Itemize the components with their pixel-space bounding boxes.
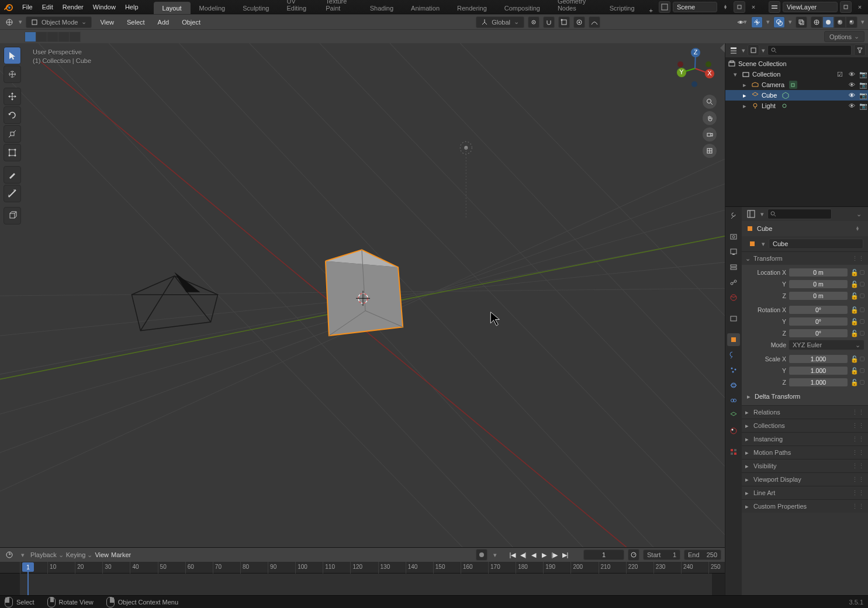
view-menu[interactable]: View xyxy=(95,19,119,26)
panel-delta-transform[interactable]: ▸Delta Transform xyxy=(745,391,864,402)
rot-x-anim[interactable] xyxy=(860,308,864,312)
proptab-particles[interactable] xyxy=(727,364,740,376)
tool-rotate[interactable] xyxy=(4,106,21,124)
zoom-button[interactable] xyxy=(703,95,717,109)
outliner-search[interactable] xyxy=(767,45,852,56)
tab-shading[interactable]: Shading xyxy=(361,2,402,14)
proptab-data[interactable] xyxy=(727,409,740,422)
tool-measure[interactable] xyxy=(4,185,21,202)
shading-wireframe[interactable] xyxy=(811,16,822,28)
properties-options[interactable]: ⌄ xyxy=(853,208,864,220)
rot-mode-selector[interactable]: XYZ Euler⌄ xyxy=(789,340,864,350)
autokey-toggle[interactable] xyxy=(476,549,487,561)
proptab-material[interactable] xyxy=(727,424,740,437)
rot-z-anim[interactable] xyxy=(860,331,864,336)
end-frame-field[interactable]: End250 xyxy=(684,550,721,560)
proptab-texture[interactable] xyxy=(727,445,740,458)
tool-cursor[interactable] xyxy=(4,65,21,83)
tool-add-cube[interactable] xyxy=(4,207,21,224)
orientation-selector[interactable]: Global ⌄ xyxy=(476,16,524,28)
collection-exclude[interactable]: ☑ xyxy=(835,71,845,78)
light-hide[interactable]: 👁 xyxy=(847,102,856,109)
proptab-collection[interactable] xyxy=(727,312,740,325)
loc-y-field[interactable]: 0 m xyxy=(789,279,848,289)
camera-object[interactable] xyxy=(132,272,217,331)
proportional-falloff[interactable] xyxy=(589,16,600,28)
selectmode-2[interactable] xyxy=(47,32,58,42)
properties-pin[interactable] xyxy=(852,223,863,234)
light-expand[interactable]: ▸ xyxy=(743,102,749,110)
viewlayer-browse-icon[interactable] xyxy=(769,1,780,13)
tab-rendering[interactable]: Rendering xyxy=(448,2,496,14)
scene-delete-button[interactable]: × xyxy=(748,1,759,13)
editor-type-button[interactable] xyxy=(4,16,15,28)
tab-texture-paint[interactable]: Texture Paint xyxy=(317,0,361,14)
tab-sculpting[interactable]: Sculpting xyxy=(234,2,278,14)
tool-annotate[interactable] xyxy=(4,166,21,184)
menu-file[interactable]: File xyxy=(18,0,37,14)
menu-help[interactable]: Help xyxy=(120,0,143,14)
rot-y-field[interactable]: 0° xyxy=(789,317,848,326)
scene-browse-icon[interactable] xyxy=(659,1,670,13)
scale-z-lock[interactable]: 🔓 xyxy=(850,379,857,386)
scene-name-field[interactable]: Scene xyxy=(673,2,717,12)
timeline-marker-menu[interactable]: Marker xyxy=(111,551,131,558)
shading-solid[interactable] xyxy=(822,16,834,28)
scale-y-lock[interactable]: 🔓 xyxy=(850,367,857,375)
loc-x-anim[interactable] xyxy=(860,270,864,275)
outliner-editor-button[interactable] xyxy=(728,44,739,56)
timeline-ruler[interactable]: 0102030405060708090100110120130140150160… xyxy=(0,562,725,595)
tool-select-box[interactable] xyxy=(4,47,21,64)
outliner-collection[interactable]: ▾ Collection ☑ 👁 📷 xyxy=(725,69,868,80)
shading-material[interactable] xyxy=(834,16,846,28)
cube-render[interactable]: 📷 xyxy=(859,92,868,99)
scene-new-button[interactable] xyxy=(734,1,745,13)
viewport-options-button[interactable]: Options⌄ xyxy=(824,31,864,42)
outliner-filter-button[interactable] xyxy=(854,44,866,56)
scale-x-lock[interactable]: 🔓 xyxy=(850,355,857,363)
light-object[interactable] xyxy=(460,141,472,217)
loc-x-lock[interactable]: 🔓 xyxy=(850,269,857,277)
tab-animation[interactable]: Animation xyxy=(402,2,448,14)
tab-compositing[interactable]: Compositing xyxy=(496,2,549,14)
loc-x-field[interactable]: 0 m xyxy=(789,268,848,277)
play-button[interactable]: ▶ xyxy=(539,550,549,560)
add-workspace-button[interactable]: + xyxy=(644,7,659,14)
overlays-toggle[interactable] xyxy=(773,16,785,28)
rot-z-lock[interactable]: 🔓 xyxy=(850,330,857,337)
collection-hide[interactable]: 👁 xyxy=(847,71,856,78)
menu-window[interactable]: Window xyxy=(88,0,120,14)
scale-y-field[interactable]: 1.000 xyxy=(789,366,848,375)
panel-collections-header[interactable]: ▸Collections⋮⋮ xyxy=(742,419,868,432)
outliner-scene-collection[interactable]: Scene Collection xyxy=(725,58,868,69)
scale-x-anim[interactable] xyxy=(860,357,864,361)
panel-motion paths-header[interactable]: ▸Motion Paths⋮⋮ xyxy=(742,446,868,459)
menu-edit[interactable]: Edit xyxy=(37,0,58,14)
proptab-viewlayer[interactable] xyxy=(727,261,740,274)
tab-modeling[interactable]: Modeling xyxy=(191,2,234,14)
loc-z-lock[interactable]: 🔓 xyxy=(850,292,857,300)
cube-hide[interactable]: 👁 xyxy=(847,92,856,99)
xray-toggle[interactable] xyxy=(796,16,807,28)
tab-scripting[interactable]: Scripting xyxy=(601,2,644,14)
playhead[interactable]: 1 xyxy=(22,562,34,595)
properties-editor-button[interactable] xyxy=(745,208,757,220)
snap-toggle[interactable] xyxy=(543,16,555,28)
start-frame-field[interactable]: Start1 xyxy=(643,550,680,560)
panel-visibility-header[interactable]: ▸Visibility⋮⋮ xyxy=(742,460,868,472)
tool-transform[interactable] xyxy=(4,144,21,161)
tool-move[interactable] xyxy=(4,88,21,105)
outliner-item-cube[interactable]: ▸ Cube 👁 📷 xyxy=(725,90,868,101)
collection-toggle[interactable]: ▾ xyxy=(734,71,739,78)
snap-target[interactable] xyxy=(558,16,570,28)
camera-render[interactable]: 📷 xyxy=(859,81,868,89)
properties-search[interactable] xyxy=(767,209,832,219)
proptab-world[interactable] xyxy=(727,291,740,304)
tab-uv-editing[interactable]: UV Editing xyxy=(278,0,317,14)
camera-view-button[interactable] xyxy=(703,127,717,141)
loc-z-anim[interactable] xyxy=(860,293,864,298)
cube-expand[interactable]: ▸ xyxy=(743,92,749,99)
selectmode-1[interactable] xyxy=(36,32,47,42)
pivot-selector[interactable] xyxy=(528,16,540,28)
outliner-item-camera[interactable]: ▸ Camera 👁 📷 xyxy=(725,80,868,90)
